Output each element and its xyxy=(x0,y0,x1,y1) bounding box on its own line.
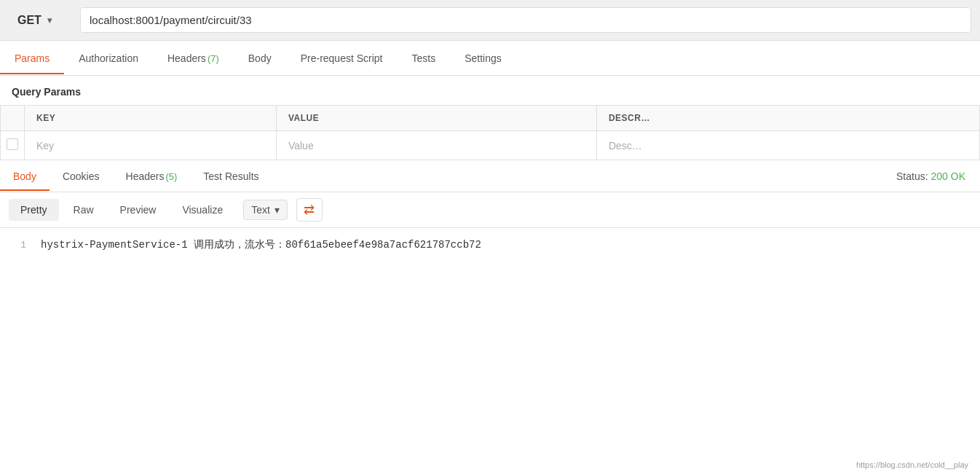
tab-params[interactable]: Params xyxy=(0,42,64,74)
format-btn-raw[interactable]: Raw xyxy=(62,199,106,221)
tab-body[interactable]: Body xyxy=(234,42,286,74)
response-headers-badge: (5) xyxy=(165,171,177,182)
response-tab-headers[interactable]: Headers(5) xyxy=(113,162,191,191)
status-value: 200 OK xyxy=(931,170,965,182)
method-label: GET xyxy=(17,14,42,27)
line-number-1: 1 xyxy=(12,240,26,251)
response-tab-cookies[interactable]: Cookies xyxy=(50,162,113,191)
status-indicator: Status: 200 OK xyxy=(896,170,980,182)
headers-badge: (7) xyxy=(208,53,219,64)
format-type-chevron-icon: ▾ xyxy=(274,204,280,216)
line-content-1: hystrix-PaymentService-1 调用成功，流水号：80f61a… xyxy=(41,238,481,251)
response-tab-body[interactable]: Body xyxy=(0,162,50,191)
value-input-cell[interactable]: Value xyxy=(276,131,596,160)
format-toolbar: Pretty Raw Preview Visualize Text ▾ ⇄ xyxy=(0,192,980,228)
response-tab-test-results[interactable]: Test Results xyxy=(190,162,272,191)
table-row-empty: Key Value Desc… xyxy=(1,131,980,160)
format-btn-pretty[interactable]: Pretty xyxy=(9,199,59,221)
method-selector[interactable]: GET ▾ xyxy=(9,8,74,33)
tab-pre-request-script[interactable]: Pre-request Script xyxy=(286,42,398,74)
format-type-selector[interactable]: Text ▾ xyxy=(243,200,288,220)
params-table: KEY VALUE DESCR… Key Value Desc… xyxy=(0,105,980,160)
format-btn-preview[interactable]: Preview xyxy=(108,199,168,221)
response-tabs-bar: Body Cookies Headers(5) Test Results Sta… xyxy=(0,160,980,192)
tab-tests[interactable]: Tests xyxy=(398,42,451,74)
code-line-1: 1 hystrix-PaymentService-1 调用成功，流水号：80f6… xyxy=(12,238,968,251)
tab-settings[interactable]: Settings xyxy=(450,42,516,74)
request-tabs-bar: Params Authorization Headers(7) Body Pre… xyxy=(0,41,980,76)
checkbox-col-header xyxy=(1,106,25,131)
query-params-title: Query Params xyxy=(0,76,980,105)
desc-input-cell[interactable]: Desc… xyxy=(596,131,979,160)
key-input-cell[interactable]: Key xyxy=(25,131,277,160)
wrap-lines-button[interactable]: ⇄ xyxy=(296,198,323,221)
method-chevron-icon: ▾ xyxy=(47,15,52,25)
format-btn-visualize[interactable]: Visualize xyxy=(170,199,234,221)
url-bar: GET ▾ localhost:8001/payment/circuit/33 xyxy=(0,0,980,41)
desc-col-header: DESCR… xyxy=(596,106,979,131)
tab-headers[interactable]: Headers(7) xyxy=(153,42,234,74)
tab-authorization[interactable]: Authorization xyxy=(64,42,153,74)
key-col-header: KEY xyxy=(25,106,277,131)
wrap-icon: ⇄ xyxy=(304,202,315,218)
code-content: 1 hystrix-PaymentService-1 调用成功，流水号：80f6… xyxy=(0,228,980,262)
url-input[interactable]: localhost:8001/payment/circuit/33 xyxy=(80,7,971,33)
format-type-label: Text xyxy=(251,204,270,216)
value-col-header: VALUE xyxy=(276,106,596,131)
row-checkbox xyxy=(1,131,25,160)
checkbox-icon[interactable] xyxy=(7,138,18,150)
